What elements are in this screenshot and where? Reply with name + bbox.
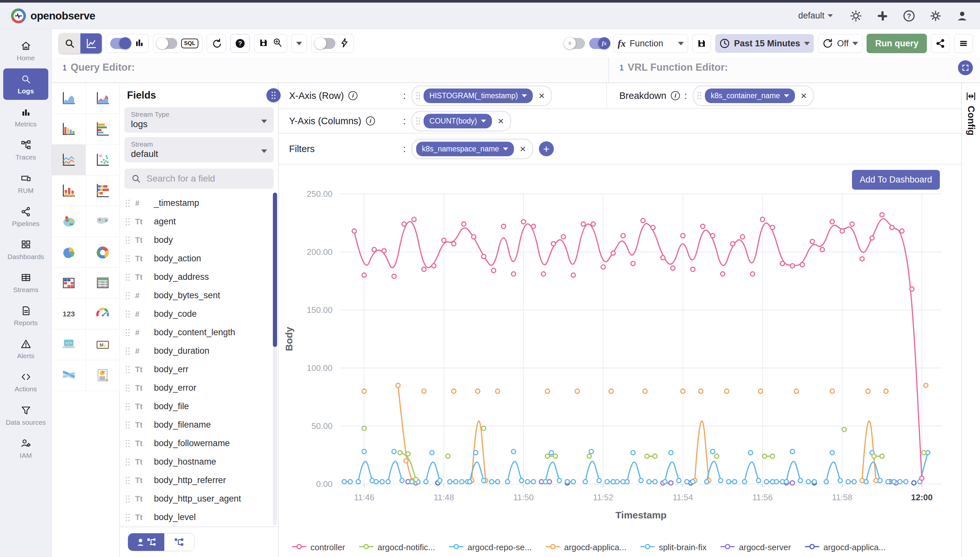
chart-type-area[interactable] [52, 83, 86, 114]
chart-type-h-stacked-bar[interactable] [86, 175, 120, 206]
search-mode-button[interactable] [59, 33, 80, 54]
sidebar-item-rum[interactable]: RUM [3, 168, 48, 199]
saved-views-dropdown[interactable] [291, 34, 307, 53]
chart-type-sankey[interactable] [52, 360, 86, 391]
reset-filters-button[interactable] [207, 34, 226, 53]
chart-type-custom-chart[interactable] [86, 360, 120, 391]
stream-select[interactable]: Stream default [124, 137, 273, 163]
stream-type-select[interactable]: Stream Type logs [124, 107, 273, 133]
drag-handle-icon[interactable] [416, 92, 420, 99]
field-item[interactable]: Ttbody_error [120, 379, 278, 397]
chart-type-h-bar[interactable] [86, 114, 120, 145]
user-defined-schema-tab[interactable] [128, 533, 164, 551]
chart-type-gauge[interactable] [86, 299, 120, 329]
run-query-button[interactable]: Run query [866, 34, 927, 53]
sidebar-item-streams[interactable]: Streams [3, 267, 48, 299]
more-menu-button[interactable] [954, 34, 973, 53]
timeseries-chart[interactable]: 0.0050.00100.00150.00200.00250.0011:4611… [279, 165, 961, 537]
field-item[interactable]: Ttbody_action [120, 249, 278, 268]
field-item[interactable]: Ttbody_file [120, 397, 278, 415]
slack-icon[interactable] [876, 9, 889, 23]
function-dropdown[interactable]: fx Function [613, 34, 688, 53]
sidebar-item-pipelines[interactable]: Pipelines [3, 201, 48, 233]
add-filter-button[interactable]: + [539, 142, 554, 156]
visualize-mode-button[interactable] [80, 33, 102, 54]
legend-item[interactable]: argocd-server [720, 542, 791, 552]
share-button[interactable] [931, 34, 950, 53]
field-item[interactable]: Ttbody_http_referrer [120, 471, 278, 490]
chart-type-area-stacked[interactable] [86, 83, 120, 114]
panel-drag-handle[interactable] [267, 88, 281, 103]
remove-x-axis-button[interactable]: × [536, 90, 548, 101]
chart-type-donut[interactable] [86, 237, 120, 268]
legend-item[interactable]: argocd-applica... [804, 542, 886, 552]
organization-select[interactable]: default [798, 11, 833, 21]
expand-editor-button[interactable] [958, 60, 973, 75]
chart-type-bar[interactable] [52, 114, 86, 145]
chart-type-heatmap[interactable] [52, 268, 86, 299]
auto-refresh-dropdown[interactable]: Off [818, 34, 863, 53]
scrollbar-thumb[interactable] [273, 192, 277, 347]
legend-item[interactable]: argocd-notific... [359, 542, 435, 552]
histogram-toggle[interactable] [110, 38, 130, 49]
all-fields-tab[interactable] [164, 533, 194, 551]
field-item[interactable]: Ttbody_err [120, 360, 278, 379]
breakdown-field-chip[interactable]: k8s_container_name [705, 88, 795, 103]
add-to-dashboard-button[interactable]: Add To Dashboard [852, 170, 940, 190]
config-panel-tab[interactable]: Config [961, 83, 980, 557]
chart-type-table[interactable] [86, 268, 120, 299]
y-axis-field-chip[interactable]: COUNT(body) [424, 114, 492, 129]
field-item[interactable]: Ttbody_followername [120, 434, 278, 453]
field-item[interactable]: Ttagent [120, 212, 278, 231]
field-item[interactable]: #body_code [120, 305, 278, 323]
explore-saved-views-button[interactable] [273, 37, 283, 49]
drag-handle-icon[interactable] [416, 117, 420, 124]
time-range-picker[interactable]: Past 15 Minutes [715, 34, 814, 53]
chart-type-line[interactable] [52, 145, 86, 175]
legend-item[interactable]: argocd-repo-se... [449, 542, 532, 552]
legend-item[interactable]: argocd-applica... [545, 542, 626, 552]
chart-type-metric[interactable]: 123 [52, 299, 86, 329]
help-icon[interactable]: ? [902, 9, 916, 23]
user-avatar[interactable] [956, 9, 969, 23]
field-item[interactable]: Ttbody_level [120, 508, 278, 526]
quick-mode-toggle[interactable] [315, 38, 335, 49]
field-item[interactable]: #_timestamp [120, 194, 278, 212]
sidebar-item-traces[interactable]: Traces [3, 135, 48, 166]
sidebar-item-metrics[interactable]: Metrics [3, 101, 48, 133]
info-icon[interactable]: i [671, 91, 680, 100]
field-item[interactable]: Ttbody_hostname [120, 453, 278, 471]
remove-filter-button[interactable]: × [517, 143, 528, 154]
query-editor[interactable]: 1 Query Editor: [52, 58, 609, 82]
chart-type-html[interactable]: </> [52, 329, 86, 360]
field-search-input[interactable]: Search for a field [124, 169, 273, 189]
chart-type-geomap[interactable] [52, 206, 86, 237]
sidebar-item-logs[interactable]: Logs [3, 68, 48, 100]
field-item[interactable]: #body_duration [120, 342, 278, 360]
info-icon[interactable]: i [366, 116, 375, 125]
filter-field-chip[interactable]: k8s_namespace_name [416, 142, 514, 156]
save-view-button[interactable] [258, 37, 269, 49]
field-item[interactable]: Ttbody_filename [120, 415, 278, 434]
legend-item[interactable]: split-brain-fix [640, 542, 707, 552]
field-item[interactable]: Ttbody_http_user_agent [120, 490, 278, 508]
field-item[interactable]: Ttbody_address [120, 268, 278, 286]
field-item[interactable]: #body_bytes_sent [120, 286, 278, 305]
chart-type-markdown[interactable]: M↓ [86, 329, 120, 360]
remove-y-axis-button[interactable]: × [495, 116, 507, 126]
chart-type-maps[interactable] [86, 206, 120, 237]
sidebar-item-dashboards[interactable]: Dashboards [3, 234, 48, 265]
remove-breakdown-button[interactable]: × [798, 90, 809, 101]
sidebar-item-actions[interactable]: Actions [3, 366, 48, 398]
settings-gear-icon[interactable] [929, 9, 943, 23]
theme-toggle-button[interactable] [849, 9, 863, 23]
sidebar-item-alerts[interactable]: Alerts [3, 333, 48, 365]
legend-item[interactable]: controller [292, 542, 345, 552]
field-item[interactable]: #body_content_length [120, 323, 278, 342]
x-axis-field-chip[interactable]: HISTOGRAM(_timestamp) [424, 88, 533, 103]
sql-mode-toggle[interactable] [157, 38, 177, 49]
sidebar-item-data-sources[interactable]: Data sources [3, 400, 48, 431]
chart-type-stacked-bar[interactable] [52, 175, 86, 206]
info-icon[interactable]: i [348, 91, 358, 100]
chart-type-scatter[interactable] [86, 145, 120, 175]
